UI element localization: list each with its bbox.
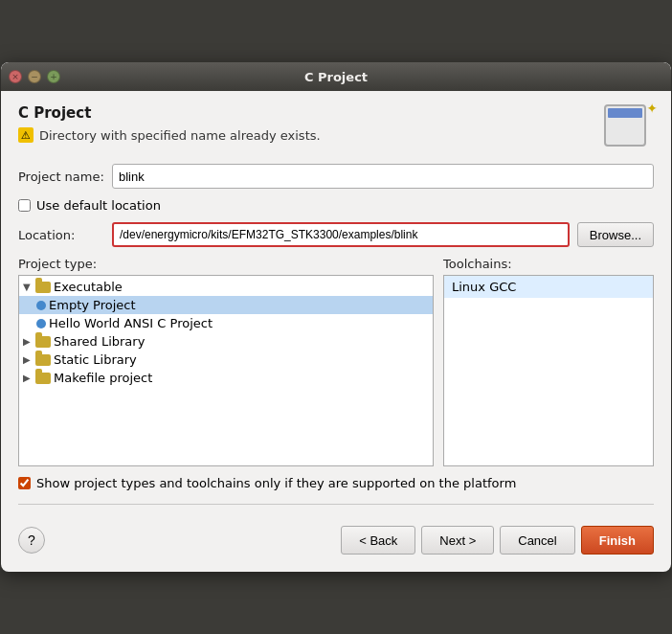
warning-text: Directory with specified name already ex… — [39, 128, 321, 143]
warning-row: ⚠ Directory with specified name already … — [18, 127, 321, 143]
dialog-content: C Project ⚠ Directory with specified nam… — [1, 91, 671, 572]
location-row: Location: Browse... — [18, 222, 654, 247]
tree-item-static-library[interactable]: ▶ Static Library — [19, 351, 433, 369]
dialog-title-area: C Project ⚠ Directory with specified nam… — [18, 104, 321, 143]
show-supported-checkbox[interactable] — [18, 477, 31, 489]
expand-arrow-icon: ▶ — [23, 354, 33, 365]
project-type-label: Project type: — [18, 257, 434, 271]
project-icon — [604, 104, 646, 147]
tree-item-hello-world[interactable]: Hello World ANSI C Project — [19, 314, 433, 332]
finish-button[interactable]: Finish — [581, 526, 654, 555]
maximize-button[interactable]: + — [47, 70, 60, 83]
tree-item-label: Makefile project — [54, 371, 152, 385]
minimize-icon: − — [31, 72, 38, 81]
sparkle-icon: ✦ — [646, 101, 658, 116]
minimize-button[interactable]: − — [28, 70, 41, 83]
close-icon: × — [11, 72, 19, 81]
use-default-checkbox[interactable] — [18, 199, 31, 212]
maximize-icon: + — [50, 72, 57, 81]
project-type-section: Project type: ▼ Executable Empty Project — [18, 257, 434, 466]
tree-item-label: Hello World ANSI C Project — [49, 316, 213, 330]
use-default-row: Use default location — [18, 198, 654, 213]
dialog-wizard-icon: ✦ — [604, 104, 654, 154]
dot-icon — [36, 301, 46, 310]
expand-arrow-icon: ▼ — [23, 282, 33, 292]
toolchains-list[interactable]: Linux GCC — [443, 275, 654, 466]
help-button[interactable]: ? — [18, 527, 45, 554]
folder-icon — [35, 282, 51, 293]
show-supported-label[interactable]: Show project types and toolchains only i… — [36, 476, 516, 490]
expand-arrow-icon: ▶ — [23, 373, 33, 383]
tree-item-shared-library[interactable]: ▶ Shared Library — [19, 332, 433, 351]
use-default-label[interactable]: Use default location — [36, 198, 161, 213]
close-button[interactable]: × — [9, 70, 22, 83]
expand-arrow-icon: ▶ — [23, 336, 33, 347]
button-row: ? < Back Next > Cancel Finish — [18, 518, 654, 558]
window-title: C Project — [66, 70, 606, 84]
toolchains-label: Toolchains: — [443, 257, 654, 271]
cancel-button[interactable]: Cancel — [500, 526, 574, 555]
next-button[interactable]: Next > — [421, 526, 494, 555]
toolchain-item-linux-gcc[interactable]: Linux GCC — [444, 276, 653, 298]
toolchains-section: Toolchains: Linux GCC — [443, 257, 654, 466]
tree-item-makefile[interactable]: ▶ Makefile project — [19, 369, 433, 387]
project-name-input[interactable] — [112, 164, 654, 189]
location-label: Location: — [18, 228, 104, 242]
main-window: × − + C Project C Project ⚠ Directory wi… — [1, 62, 671, 572]
folder-icon — [35, 373, 51, 384]
tree-item-label: Shared Library — [54, 334, 145, 349]
nav-buttons: < Back Next > Cancel Finish — [341, 526, 654, 555]
tree-item-empty-project[interactable]: Empty Project — [19, 296, 433, 314]
location-input[interactable] — [112, 222, 570, 247]
project-type-tree[interactable]: ▼ Executable Empty Project Hello World A… — [18, 275, 434, 466]
folder-icon — [35, 336, 51, 348]
dialog-title: C Project — [18, 104, 321, 122]
warning-icon: ⚠ — [18, 127, 34, 143]
panels-area: Project type: ▼ Executable Empty Project — [18, 257, 654, 466]
folder-icon — [35, 354, 51, 366]
project-name-row: Project name: — [18, 164, 654, 189]
tree-item-label: Static Library — [54, 352, 137, 367]
dialog-header: C Project ⚠ Directory with specified nam… — [18, 104, 654, 154]
tree-item-label: Empty Project — [49, 298, 136, 312]
browse-button[interactable]: Browse... — [577, 222, 654, 247]
tree-item-executable[interactable]: ▼ Executable — [19, 278, 433, 296]
dot-icon — [36, 319, 46, 328]
bottom-divider — [18, 504, 654, 505]
project-name-label: Project name: — [18, 170, 104, 184]
tree-item-label: Executable — [54, 280, 123, 294]
back-button[interactable]: < Back — [341, 526, 415, 555]
titlebar: × − + C Project — [1, 62, 671, 91]
show-supported-row: Show project types and toolchains only i… — [18, 476, 654, 490]
